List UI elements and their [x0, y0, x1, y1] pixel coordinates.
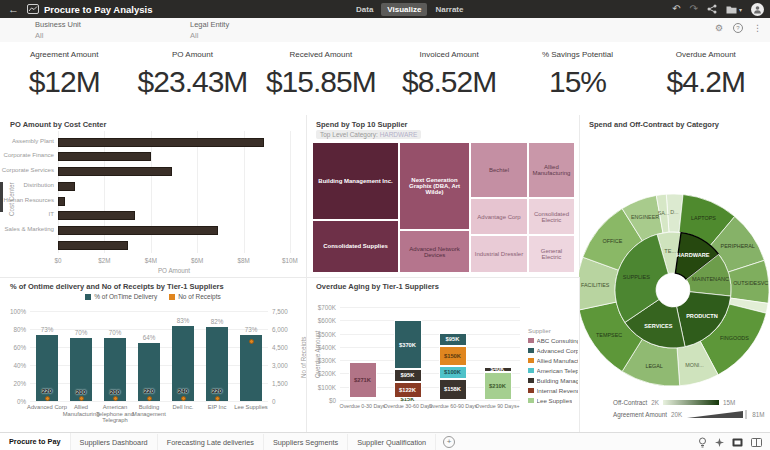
bar-IT[interactable]	[58, 211, 135, 220]
treemap-cell[interactable]: Consolidated Electric	[528, 198, 575, 235]
story-tab-suppliers-dashboard[interactable]: Suppliers Dashboard	[71, 434, 158, 450]
segment-Advanced-Corp[interactable]: $95K	[439, 333, 467, 346]
chart-title: Spend by Top 10 Supplier	[316, 120, 408, 129]
help-icon[interactable]: ?	[733, 23, 743, 33]
bar-Human Resources[interactable]	[58, 197, 65, 206]
receipts-dot[interactable]	[113, 396, 118, 401]
legend-item[interactable]: Building Manage...	[528, 377, 578, 384]
ontime-bar[interactable]	[240, 335, 262, 401]
segment-Allied-Manufacturing[interactable]: $150K	[439, 346, 467, 366]
receipts-dot[interactable]	[45, 396, 50, 401]
treemap-cell[interactable]: Consolidated Supplies	[312, 220, 399, 273]
segment-Advanced-Corp[interactable]	[349, 398, 377, 400]
treemap-cell[interactable]: Next Generation Graphix (DBA, Art Wilde)	[399, 142, 470, 230]
segment-Advanced-Corp[interactable]: $370K	[394, 320, 422, 369]
canvas-view-icon[interactable]	[732, 438, 743, 447]
legend-item[interactable]: Internal Revenue...	[528, 387, 578, 394]
segment-label: OFFICE	[602, 238, 622, 244]
story-tab-bar: Procure to PaySuppliers DashboardForecas…	[0, 432, 770, 450]
story-tab-supplier-qualification[interactable]: Supplier Qualification	[348, 434, 436, 450]
bar-Assembly Plant[interactable]	[58, 138, 264, 147]
filter-chip[interactable]: Top Level Category: HARDWARE	[316, 130, 421, 139]
legend-item[interactable]: Allied Manufacturing	[528, 357, 578, 364]
kpi-tile[interactable]: Received Amount$15.85M	[257, 42, 385, 115]
segment-Building-Manage-[interactable]: $40K	[484, 367, 512, 372]
charts-canvas: PO Amount by Cost Center $0$2M$4M$6M$8M$…	[0, 115, 770, 432]
bar-blank[interactable]	[58, 241, 128, 250]
story-tab-procure-to-pay[interactable]: Procure to Pay	[0, 433, 71, 450]
bar-Corporate Services[interactable]	[58, 167, 172, 176]
filter-value[interactable]: All	[190, 31, 229, 40]
segment-Internal-Revenue-[interactable]: $122K	[394, 382, 422, 398]
filter-label: Legal Entity	[190, 20, 229, 29]
undo-icon[interactable]: ↶	[672, 4, 680, 14]
bar-Sales & Marketing[interactable]	[58, 226, 218, 235]
legend-item[interactable]: ABC Consulting	[528, 337, 578, 344]
segment-Lee-Supplies[interactable]: $210K	[484, 372, 512, 400]
filter-value[interactable]: All	[35, 31, 81, 40]
treemap-cell[interactable]: General Electric	[528, 235, 575, 273]
legend-item[interactable]: Advanced Corp	[528, 347, 578, 354]
kpi-tile[interactable]: Agreement Amount$12M	[0, 42, 128, 115]
segment-label: OUTSIDESVC	[733, 280, 768, 286]
treemap-cell[interactable]: Bechtel	[470, 142, 528, 198]
kpi-tile[interactable]: Overdue Amount$4.2M	[642, 42, 770, 115]
segment-Building-Manage-[interactable]: $95K	[394, 369, 422, 382]
y-category: Assembly Plant	[0, 137, 54, 144]
treemap-cell[interactable]: Allied Manufacturing	[528, 142, 575, 198]
legend-item[interactable]: American Telepho...	[528, 367, 578, 374]
left-panel-handle[interactable]	[0, 182, 3, 212]
quick-menu-icon[interactable]	[715, 438, 724, 447]
segment-label: LAPTOPS	[691, 215, 716, 221]
segment-ABC-Consulting[interactable]: $271K	[349, 362, 377, 398]
legend-swatch	[528, 388, 534, 394]
panel-po-amount-by-cost-center: PO Amount by Cost Center $0$2M$4M$6M$8M$…	[0, 115, 307, 278]
bar-Corporate Finance[interactable]	[58, 152, 151, 161]
back-icon[interactable]: ←	[8, 3, 19, 15]
legend-off-contract: Off-Contract2K15M	[613, 399, 770, 406]
segment-label: FACILITIES	[581, 282, 610, 288]
legend-label: American Telepho...	[537, 367, 579, 374]
receipts-dot[interactable]	[249, 339, 254, 344]
share-icon[interactable]	[707, 4, 717, 14]
treemap-cell[interactable]: Industrial Dressler	[470, 235, 528, 273]
kpi-label: % Savings Potential	[513, 50, 641, 59]
gridline	[340, 307, 520, 308]
more-options-icon[interactable]: ⋮	[753, 24, 762, 33]
kpi-tile[interactable]: Invoiced Amount$8.52M	[385, 42, 513, 115]
legend-min: 20K	[671, 411, 682, 418]
settings-icon[interactable]: ⚙	[715, 24, 723, 33]
treemap-cell[interactable]: Advanced Network Devices	[399, 230, 470, 273]
receipts-dot[interactable]	[147, 396, 152, 401]
insight-icon[interactable]	[698, 437, 707, 448]
y-right-tick: 6,000	[272, 326, 298, 333]
receipts-dot[interactable]	[79, 396, 84, 401]
tab-visualize[interactable]: Visualize	[381, 3, 427, 16]
treemap-cell[interactable]: Advantage Corp	[470, 198, 528, 235]
segment-label: $210K	[489, 383, 506, 389]
treemap-cell[interactable]: Building Management Inc.	[312, 142, 399, 220]
receipts-dot[interactable]	[215, 396, 220, 401]
bar-Distribution[interactable]	[58, 182, 75, 191]
bar-value-label: 70%	[103, 329, 127, 336]
add-page-icon[interactable]: +	[443, 436, 455, 448]
receipts-dot[interactable]	[181, 396, 186, 401]
avatar[interactable]	[751, 3, 764, 16]
tab-narrate[interactable]: Narrate	[429, 3, 469, 16]
kpi-tile[interactable]: PO Amount$23.43M	[128, 42, 256, 115]
segment-Lee-Supplies[interactable]: $15K	[394, 398, 422, 400]
legend-label: Allied Manufacturing	[537, 357, 579, 364]
segment-label: $100K	[444, 369, 461, 375]
story-tab-suppliers-segments[interactable]: Suppliers Segments	[264, 434, 348, 450]
segment-American-Telepho-[interactable]: $100K	[439, 366, 467, 379]
header-actions: ↶ ↷ ▾	[672, 0, 764, 18]
segment-label: $40K	[491, 366, 505, 372]
redo-icon[interactable]: ↷	[690, 4, 698, 14]
save-icon[interactable]: ▾	[726, 5, 742, 14]
segment-Building-Manage-[interactable]: $158K	[439, 379, 467, 400]
grid-view-icon[interactable]	[751, 438, 762, 447]
kpi-tile[interactable]: % Savings Potential15%	[513, 42, 641, 115]
tab-data[interactable]: Data	[350, 3, 379, 16]
legend-item[interactable]: Lee Supplies	[528, 397, 578, 404]
story-tab-forecasting-late-deliveries[interactable]: Forecasting Late deliveries	[158, 434, 264, 450]
